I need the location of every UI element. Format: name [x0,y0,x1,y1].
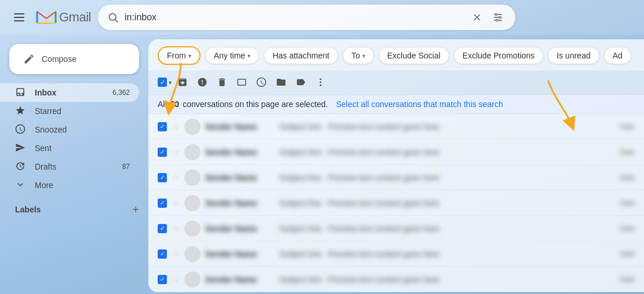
email-body-2: Subject line · Preview text content goes… [279,148,616,157]
star-button-6[interactable]: ☆ [172,248,180,259]
filter-chip-from[interactable]: From ▾ [158,46,201,65]
filter-chip-has-attachment[interactable]: Has attachment [264,47,338,64]
table-row[interactable]: ☆ Sender Name Subject line · Preview tex… [148,241,644,267]
filter-chip-advanced[interactable]: Ad [604,47,631,64]
sidebar-item-more[interactable]: More [0,176,139,194]
sender-1: Sender Name [205,122,275,131]
has-attachment-chip-label: Has attachment [272,51,329,60]
svg-point-11 [320,82,322,83]
menu-line-2 [14,17,24,18]
table-row[interactable]: ☆ Sender Name Subject line · Preview tex… [148,139,644,165]
select-all-checkbox[interactable] [158,78,167,87]
archive-button[interactable] [174,74,191,91]
banner-count: 50 [170,100,180,109]
star-icon [15,105,26,117]
search-clear-button[interactable] [470,10,484,24]
row-checkbox-2[interactable] [158,148,167,157]
row-checkbox-7[interactable] [158,275,167,284]
star-button-1[interactable]: ☆ [172,121,180,132]
star-button-2[interactable]: ☆ [172,146,180,157]
compose-label: Compose [42,54,77,64]
avatar-6 [184,246,201,262]
star-button-4[interactable]: ☆ [172,197,180,208]
sidebar: Compose Inbox 6,362 Starred Snoozed [0,35,148,294]
sidebar-item-sent[interactable]: Sent [0,139,139,157]
labels-heading: Labels [15,205,41,214]
svg-point-10 [320,78,322,80]
select-all-checkbox-area: ▾ [158,78,172,87]
filter-chip-any-time[interactable]: Any time ▾ [205,47,259,64]
more-toolbar-button[interactable] [312,74,329,91]
email-date-7: Date [620,275,635,284]
email-body-6: Subject line · Preview text content goes… [279,249,616,259]
row-checkbox-6[interactable] [158,249,167,259]
labels-add-button[interactable]: + [132,204,139,215]
table-row[interactable]: ☆ Sender Name Subject line · Preview tex… [148,165,644,190]
svg-line-1 [115,20,118,23]
select-all-conversations-link[interactable]: Select all conversations that match this… [336,100,503,109]
report-spam-button[interactable] [194,74,211,91]
menu-button[interactable] [9,9,29,26]
table-row[interactable]: ☆ Sender Name Subject line · Preview tex… [148,267,644,292]
inbox-label: Inbox [35,88,103,97]
to-chip-arrow: ▾ [362,53,365,59]
snooze-button[interactable] [253,74,270,91]
snooze-icon [15,124,26,136]
sender-4: Sender Name [205,199,275,208]
email-body-4: Subject line · Preview text content goes… [279,199,616,208]
svg-point-0 [109,13,116,20]
compose-button[interactable]: Compose [9,44,139,74]
star-button-5[interactable]: ☆ [172,223,180,234]
email-date-1: Date [620,123,635,131]
more-label: More [35,181,130,190]
inbox-count: 6,362 [112,89,130,97]
row-checkbox-5[interactable] [158,224,167,233]
star-button-7[interactable]: ☆ [172,274,180,285]
gmail-logo: Gmail [36,9,91,25]
drafts-label: Drafts [35,162,113,171]
sidebar-item-inbox[interactable]: Inbox 6,362 [0,83,139,102]
delete-button[interactable] [213,74,231,91]
select-all-dropdown-arrow[interactable]: ▾ [169,79,172,86]
spam-icon [197,77,208,87]
row-checkbox-4[interactable] [158,199,167,208]
row-checkbox-1[interactable] [158,122,167,131]
filter-chip-exclude-social[interactable]: Exclude Social [379,47,449,64]
avatar-5 [184,220,201,237]
archive-icon [177,77,188,87]
table-row[interactable]: ☆ Sender Name Subject line · Preview tex… [148,216,644,241]
move-to-button[interactable] [272,74,290,91]
email-list: ☆ Sender Name Subject line · Preview tex… [148,114,644,292]
filter-chip-exclude-promotions[interactable]: Exclude Promotions [454,47,544,64]
gmail-wordmark: Gmail [59,10,91,25]
email-date-3: Date [620,174,635,182]
svg-point-9 [496,19,498,21]
label-icon [296,77,306,87]
label-button[interactable] [292,74,310,91]
star-button-3[interactable]: ☆ [172,172,180,183]
avatar-4 [184,195,201,211]
close-icon [471,12,483,23]
search-input[interactable] [125,12,464,23]
sidebar-item-snoozed[interactable]: Snoozed [0,120,139,139]
sidebar-item-drafts[interactable]: Drafts 87 [0,157,139,176]
table-row[interactable]: ☆ Sender Name Subject line · Preview tex… [148,190,644,216]
filter-chip-is-unread[interactable]: Is unread [548,47,599,64]
select-all-banner: All 50 conversations on this page are se… [148,95,644,114]
menu-line-1 [14,13,24,14]
table-row[interactable]: ☆ Sender Name Subject line · Preview tex… [148,114,644,139]
mark-read-button[interactable] [233,74,250,91]
exclude-social-chip-label: Exclude Social [387,51,441,60]
toolbar: ▾ [148,70,644,95]
delete-icon [217,77,227,87]
row-checkbox-3[interactable] [158,173,167,182]
filter-chip-to[interactable]: To ▾ [343,47,374,64]
svg-point-7 [495,13,497,15]
filter-row: From ▾ Any time ▾ Has attachment To ▾ Ex… [148,39,644,70]
email-body-3: Subject line · Preview text content goes… [279,173,616,182]
search-options-button[interactable] [490,9,506,25]
sidebar-item-starred[interactable]: Starred [0,102,139,120]
email-date-6: Date [620,250,635,258]
starred-label: Starred [35,106,130,116]
snooze-toolbar-icon [256,77,267,87]
